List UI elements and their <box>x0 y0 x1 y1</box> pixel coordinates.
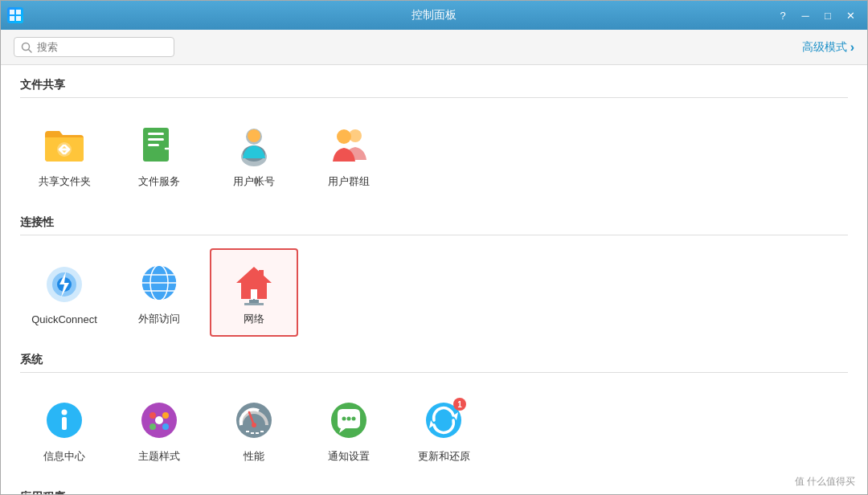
svg-rect-3 <box>16 16 21 21</box>
external-access-icon <box>135 259 183 307</box>
search-icon <box>21 42 32 53</box>
main-window: 控制面板 ? ─ □ ✕ 高级模式 › 文件共享 <box>0 0 868 495</box>
svg-point-34 <box>62 410 68 415</box>
svg-point-38 <box>149 423 156 430</box>
svg-point-36 <box>149 412 156 419</box>
item-performance[interactable]: 性能 <box>210 386 298 474</box>
svg-point-49 <box>342 417 346 421</box>
theme-label: 主题样式 <box>138 449 180 464</box>
svg-point-37 <box>162 412 169 419</box>
file-service-icon <box>135 121 183 170</box>
user-account-icon <box>230 121 278 170</box>
svg-rect-33 <box>62 417 67 430</box>
item-quickconnect[interactable]: QuickConnect <box>20 248 108 337</box>
user-account-label: 用户帐号 <box>233 174 275 189</box>
svg-rect-9 <box>148 138 164 141</box>
external-access-label: 外部访问 <box>138 312 180 326</box>
user-group-label: 用户群组 <box>328 174 370 189</box>
window-title: 控制面板 <box>411 8 457 22</box>
help-button[interactable]: ? <box>772 7 793 23</box>
svg-point-13 <box>248 129 260 142</box>
svg-rect-0 <box>10 10 14 14</box>
shared-folder-label: 共享文件夹 <box>39 174 91 189</box>
section-system: 系统 信息中心 <box>20 353 848 474</box>
section-connectivity-header: 连接性 <box>20 215 848 235</box>
svg-point-43 <box>252 423 256 428</box>
system-grid: 信息中心 主题样式 <box>20 386 848 474</box>
svg-rect-8 <box>148 133 164 135</box>
section-connectivity: 连接性 QuickConnect <box>20 215 848 337</box>
section-applications: 应用程序 <box>20 490 848 494</box>
quickconnect-icon <box>40 260 88 309</box>
performance-icon <box>230 396 278 444</box>
window-controls: ? ─ □ ✕ <box>772 7 861 23</box>
theme-icon <box>135 396 183 444</box>
item-theme[interactable]: 主题样式 <box>115 386 203 474</box>
network-label: 网络 <box>244 312 264 326</box>
title-bar: 控制面板 ? ─ □ ✕ <box>1 1 867 30</box>
close-button[interactable]: ✕ <box>840 7 861 23</box>
svg-line-5 <box>29 49 32 52</box>
advanced-mode-label: 高级模式 <box>802 40 847 55</box>
item-info-center[interactable]: 信息中心 <box>20 386 108 474</box>
svg-rect-28 <box>251 289 257 299</box>
notification-icon <box>325 396 373 444</box>
item-shared-folder[interactable]: 共享文件夹 <box>20 111 108 199</box>
item-external-access[interactable]: 外部访问 <box>115 248 203 337</box>
svg-point-40 <box>155 416 163 424</box>
search-input[interactable] <box>37 41 166 53</box>
quickconnect-label: QuickConnect <box>31 313 97 325</box>
svg-point-50 <box>347 417 351 421</box>
info-center-label: 信息中心 <box>43 449 85 464</box>
svg-rect-30 <box>244 303 264 305</box>
notification-label: 通知设置 <box>328 449 370 464</box>
svg-rect-27 <box>259 270 264 278</box>
shared-folder-icon <box>40 121 88 170</box>
title-bar-left <box>7 7 23 23</box>
section-file-sharing-header: 文件共享 <box>20 78 848 98</box>
app-icon <box>7 7 23 23</box>
svg-rect-2 <box>10 16 14 21</box>
svg-rect-10 <box>148 144 159 146</box>
item-notification[interactable]: 通知设置 <box>305 386 393 474</box>
main-content: 文件共享 共享文件夹 <box>1 65 867 494</box>
svg-rect-1 <box>16 10 21 14</box>
svg-point-16 <box>337 129 351 144</box>
update-badge: 1 <box>453 398 466 411</box>
minimize-button[interactable]: ─ <box>795 7 816 23</box>
item-update[interactable]: 1 更新和还原 <box>399 386 488 474</box>
update-icon: 1 <box>420 396 468 444</box>
file-sharing-grid: 共享文件夹 文件服务 <box>20 111 848 199</box>
info-center-icon <box>40 396 88 444</box>
update-label: 更新和还原 <box>418 449 470 464</box>
watermark: 值 什么值得买 <box>795 475 855 489</box>
item-user-group[interactable]: 用户群组 <box>305 111 393 199</box>
advanced-mode-button[interactable]: 高级模式 › <box>802 40 854 55</box>
file-service-label: 文件服务 <box>138 174 180 189</box>
section-system-header: 系统 <box>20 353 848 373</box>
advanced-mode-arrow: › <box>850 40 854 55</box>
performance-label: 性能 <box>244 449 264 464</box>
section-file-sharing: 文件共享 共享文件夹 <box>20 78 848 199</box>
svg-point-51 <box>352 417 356 421</box>
item-network[interactable]: 网络 <box>210 248 298 337</box>
search-box[interactable] <box>14 37 174 57</box>
toolbar: 高级模式 › <box>1 30 867 65</box>
item-user-account[interactable]: 用户帐号 <box>210 111 298 199</box>
item-file-service[interactable]: 文件服务 <box>115 111 203 199</box>
section-applications-header: 应用程序 <box>20 490 848 494</box>
user-group-icon <box>325 121 373 170</box>
svg-point-39 <box>162 423 169 430</box>
connectivity-grid: QuickConnect <box>20 248 848 337</box>
network-icon <box>230 259 278 307</box>
maximize-button[interactable]: □ <box>817 7 838 23</box>
